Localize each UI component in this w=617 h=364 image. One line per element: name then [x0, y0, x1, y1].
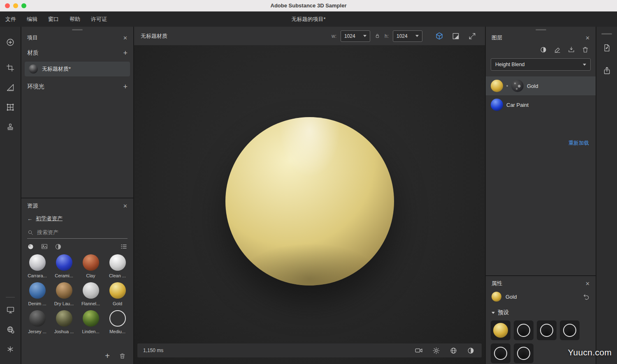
- material-thumbnail: [29, 65, 38, 74]
- height-select[interactable]: 1024: [393, 30, 422, 42]
- stamp-tool-icon[interactable]: [3, 120, 17, 134]
- material-item[interactable]: 无标题材质*: [25, 62, 130, 76]
- split-view-icon[interactable]: [450, 30, 462, 42]
- camera-icon[interactable]: [413, 345, 424, 356]
- viewport-canvas[interactable]: 1,150 ms: [134, 45, 485, 364]
- display-mode-icon[interactable]: [465, 345, 476, 356]
- share-icon[interactable]: [600, 64, 614, 78]
- asset-item[interactable]: Flannel...: [78, 282, 103, 306]
- asset-grid: Carrara... Cerami... Clay Clean ... Deni…: [25, 254, 130, 334]
- asset-thumbnail: [29, 282, 46, 299]
- layer-link-dot: [506, 85, 508, 87]
- back-label: 初学者资产: [36, 215, 63, 222]
- preset-ring-4[interactable]: [491, 343, 510, 363]
- asset-item[interactable]: Dry Lau...: [51, 282, 77, 306]
- list-view-icon[interactable]: [120, 243, 128, 250]
- add-material-button[interactable]: +: [123, 49, 128, 57]
- add-paint-layer-icon[interactable]: [554, 46, 561, 53]
- preset-ring-2[interactable]: [537, 320, 557, 340]
- close-icon[interactable]: ✕: [585, 35, 590, 41]
- material-name: 无标题材质*: [42, 65, 71, 73]
- asset-item[interactable]: Cerami...: [51, 254, 77, 278]
- chevron-down-icon: [492, 312, 495, 314]
- asset-label: Jersey ...: [28, 329, 46, 334]
- add-asset-button[interactable]: +: [105, 352, 110, 360]
- filter-environments-icon[interactable]: [55, 243, 62, 250]
- asset-item[interactable]: Denim ...: [25, 282, 50, 306]
- layer-row-car-paint[interactable]: Car Paint: [486, 95, 596, 114]
- close-icon[interactable]: ✕: [123, 203, 128, 209]
- scale-tool-icon[interactable]: [3, 81, 17, 94]
- traffic-lights: [5, 3, 26, 8]
- blend-mode-select[interactable]: Height Blend: [491, 58, 591, 71]
- width-select[interactable]: 1024: [341, 30, 370, 42]
- chevron-down-icon: [583, 64, 586, 66]
- asset-thumbnail: [29, 254, 46, 271]
- preset-ring-thumbnail: [540, 324, 553, 337]
- add-fill-layer-icon[interactable]: [540, 46, 547, 53]
- preset-ring-thumbnail: [517, 324, 530, 337]
- import-layer-icon[interactable]: [568, 46, 575, 53]
- menu-edit[interactable]: 编辑: [21, 12, 43, 27]
- delete-layer-icon[interactable]: [582, 46, 589, 53]
- render-time: 1,150 ms: [143, 348, 163, 353]
- zoom-window-button[interactable]: [21, 3, 26, 8]
- close-window-button[interactable]: [5, 3, 10, 8]
- warp-tool-icon[interactable]: [3, 100, 17, 114]
- asset-item[interactable]: Mediu...: [105, 310, 130, 334]
- close-icon[interactable]: ✕: [585, 281, 590, 286]
- material-preview-sphere[interactable]: [225, 117, 394, 286]
- asset-item[interactable]: Clay: [78, 254, 103, 278]
- layer-row-gold[interactable]: Gold: [486, 76, 596, 95]
- filter-images-icon[interactable]: [41, 243, 48, 250]
- asset-item[interactable]: Linden...: [78, 310, 103, 334]
- panel-drag-handle[interactable]: [601, 33, 612, 35]
- lock-ratio-icon[interactable]: [374, 33, 380, 39]
- properties-panel-title: 属性: [492, 280, 502, 287]
- display-settings-icon[interactable]: [3, 303, 17, 317]
- preset-gold-0[interactable]: [491, 320, 510, 340]
- filter-materials-icon[interactable]: [27, 243, 34, 250]
- plugins-icon[interactable]: [3, 342, 17, 356]
- asset-thumbnail: [83, 282, 99, 299]
- preset-ring-5[interactable]: [514, 343, 533, 363]
- asset-label: Flannel...: [81, 301, 100, 306]
- assets-back-link[interactable]: ← 初学者资产: [21, 213, 133, 225]
- community-assets-icon[interactable]: [3, 323, 17, 336]
- right-toolbar: [596, 27, 617, 364]
- menu-file[interactable]: 文件: [0, 12, 21, 27]
- add-environment-button[interactable]: +: [123, 83, 128, 90]
- reload-link[interactable]: 重新加载: [568, 140, 596, 147]
- fullscreen-icon[interactable]: [466, 30, 478, 42]
- preset-ring-1[interactable]: [514, 320, 533, 340]
- presets-section-toggle[interactable]: 预设: [486, 305, 596, 320]
- layer-mask-thumbnail[interactable]: [511, 80, 524, 92]
- render-settings-icon[interactable]: [431, 345, 441, 356]
- crop-tool-icon[interactable]: [3, 61, 17, 75]
- environment-icon[interactable]: [448, 345, 459, 356]
- reset-icon[interactable]: [583, 293, 590, 300]
- view-3d-icon[interactable]: [433, 30, 445, 42]
- asset-item[interactable]: Jersey ...: [25, 310, 50, 334]
- menu-license[interactable]: 许可证: [86, 12, 112, 27]
- asset-label: Mediu...: [109, 329, 125, 334]
- menu-help[interactable]: 帮助: [64, 12, 86, 27]
- asset-item[interactable]: Gold: [105, 282, 130, 306]
- preset-ring-3[interactable]: [560, 320, 580, 340]
- asset-label: Clay: [86, 273, 95, 278]
- asset-item[interactable]: Joshua ...: [51, 310, 77, 334]
- height-label: h:: [385, 33, 389, 39]
- minimize-window-button[interactable]: [13, 3, 18, 8]
- environment-section-label: 环境光: [27, 83, 44, 90]
- asset-item[interactable]: Carrara...: [25, 254, 50, 278]
- asset-thumbnail: [109, 282, 126, 299]
- menu-window[interactable]: 窗口: [43, 12, 64, 27]
- asset-item[interactable]: Clean ...: [105, 254, 130, 278]
- search-input[interactable]: [37, 229, 128, 235]
- new-project-icon[interactable]: [3, 35, 17, 49]
- close-icon[interactable]: ✕: [123, 35, 128, 41]
- export-panel-icon[interactable]: [600, 41, 614, 55]
- asset-label: Linden...: [82, 329, 99, 334]
- delete-asset-icon[interactable]: [119, 352, 126, 359]
- menubar: 无标题的项目* 文件 编辑 窗口 帮助 许可证: [0, 12, 617, 27]
